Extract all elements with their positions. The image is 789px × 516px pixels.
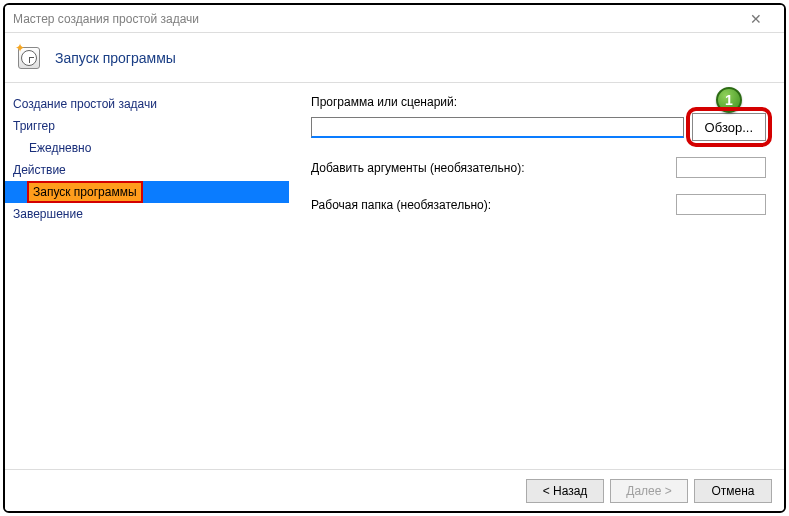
start-in-label: Рабочая папка (необязательно):: [311, 198, 666, 212]
wizard-body: Создание простой задачи Триггер Ежедневн…: [5, 85, 784, 469]
wizard-footer: < Назад Далее > Отмена: [5, 469, 784, 511]
sidebar-item-finish[interactable]: Завершение: [5, 203, 289, 225]
sidebar-item-label: Запуск программы: [27, 181, 143, 203]
window-title: Мастер создания простой задачи: [13, 12, 736, 26]
page-title: Запуск программы: [55, 50, 176, 66]
wizard-content: Программа или сценарий: 1 Обзор... Добав…: [289, 85, 784, 469]
sidebar-item-daily[interactable]: Ежедневно: [5, 137, 289, 159]
titlebar: Мастер создания простой задачи ✕: [5, 5, 784, 33]
task-clock-icon: ✦: [15, 43, 45, 73]
sidebar-item-start-program[interactable]: Запуск программы: [5, 181, 289, 203]
cancel-button[interactable]: Отмена: [694, 479, 772, 503]
start-in-input[interactable]: [676, 194, 766, 215]
program-path-input[interactable]: [311, 117, 684, 138]
sidebar-item-trigger[interactable]: Триггер: [5, 115, 289, 137]
wizard-header: ✦ Запуск программы: [5, 33, 784, 83]
close-icon[interactable]: ✕: [736, 11, 776, 27]
sidebar-item-action[interactable]: Действие: [5, 159, 289, 181]
program-label: Программа или сценарий:: [311, 95, 766, 109]
browse-button[interactable]: Обзор...: [692, 113, 766, 141]
wizard-window: Мастер создания простой задачи ✕ ✦ Запус…: [3, 3, 786, 513]
sidebar-item-create-task[interactable]: Создание простой задачи: [5, 93, 289, 115]
arguments-label: Добавить аргументы (необязательно):: [311, 161, 666, 175]
next-button: Далее >: [610, 479, 688, 503]
back-button[interactable]: < Назад: [526, 479, 604, 503]
arguments-input[interactable]: [676, 157, 766, 178]
wizard-steps-sidebar: Создание простой задачи Триггер Ежедневн…: [5, 85, 289, 469]
